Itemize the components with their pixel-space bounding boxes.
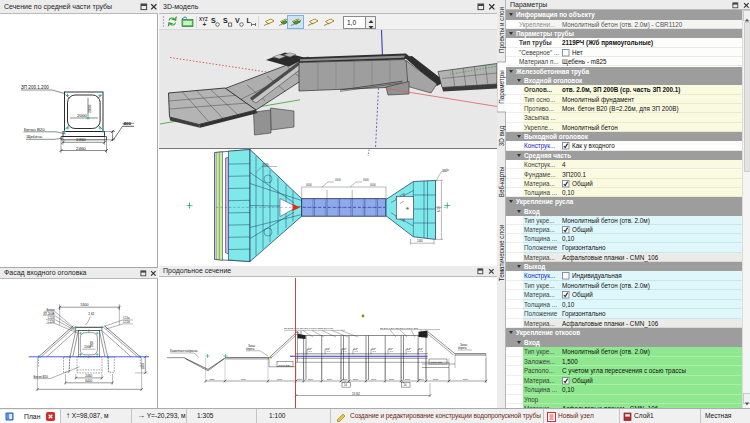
svg-text:ЗП 200.1.2х8 (ЗП 200.1.8х2.0): ЗП 200.1.2х8 (ЗП 200.1.8х2.0) ЗПТ xyxy=(380,327,419,330)
svg-text:ЗП 200Б-1.1б (ЗП 200.1.8х2.0): ЗП 200Б-1.1б (ЗП 200.1.8х2.0) ЗПБ 200.1.… xyxy=(284,327,333,330)
svg-text:3005: 3005 xyxy=(277,378,283,380)
svg-text:2000: 2000 xyxy=(327,378,333,380)
svg-text:берега: берега xyxy=(246,347,255,351)
svg-text:6400: 6400 xyxy=(85,379,92,383)
svg-text:1500: 1500 xyxy=(141,363,145,370)
svg-text:Лоток В20: Лоток В20 xyxy=(431,361,443,364)
svg-text:S: S xyxy=(223,17,228,24)
svg-text:Каменная наброска: Каменная наброска xyxy=(170,349,198,353)
svg-text:2000: 2000 xyxy=(371,378,377,380)
svg-text:1,7: 1,7 xyxy=(420,350,424,353)
svg-text:Параметры: Параметры xyxy=(498,70,506,104)
svg-text:1,7: 1,7 xyxy=(408,350,412,353)
svg-text:3005: 3005 xyxy=(433,378,439,380)
svg-text:3000: 3000 xyxy=(241,378,247,380)
svg-text:2,62: 2,62 xyxy=(88,312,94,316)
svg-text:С128: С128 xyxy=(48,320,55,324)
svg-text:400: 400 xyxy=(124,121,132,126)
svg-text:19 162: 19 162 xyxy=(352,392,360,396)
svg-text:2460: 2460 xyxy=(76,146,86,151)
svg-text:L: L xyxy=(247,17,252,24)
svg-text:+: + xyxy=(203,21,207,28)
svg-text:3000: 3000 xyxy=(463,378,469,380)
svg-text:2000: 2000 xyxy=(88,105,92,113)
svg-text:Проекты и слои: Проекты и слои xyxy=(498,6,506,53)
svg-text:V: V xyxy=(235,17,240,24)
svg-text:4000: 4000 xyxy=(335,178,341,182)
svg-text:2000: 2000 xyxy=(353,378,359,380)
svg-text:Лоток В20: Лоток В20 xyxy=(279,364,291,367)
svg-text:2460: 2460 xyxy=(76,137,86,142)
svg-text:1500: 1500 xyxy=(297,378,303,380)
svg-text:4000: 4000 xyxy=(370,183,376,187)
svg-text:берега: берега xyxy=(458,346,467,350)
svg-text:Щебень: Щебень xyxy=(27,134,44,139)
svg-text:1б: 1б xyxy=(404,383,407,387)
svg-text:2127: 2127 xyxy=(210,378,216,380)
svg-text:S: S xyxy=(211,17,216,24)
svg-text:3D вид: 3D вид xyxy=(498,126,506,147)
svg-text:1500: 1500 xyxy=(418,378,424,380)
svg-text:4000: 4000 xyxy=(363,178,369,182)
svg-text:1,7: 1,7 xyxy=(373,350,377,353)
svg-text:Бетон В20: Бетон В20 xyxy=(34,375,49,379)
svg-text:1,7: 1,7 xyxy=(355,350,359,353)
svg-text:2000: 2000 xyxy=(405,378,411,380)
svg-text:Веб-карты: Веб-карты xyxy=(498,166,506,197)
svg-text:3280: 3280 xyxy=(263,163,269,167)
svg-text:1,7: 1,7 xyxy=(309,350,313,353)
svg-text:2460: 2460 xyxy=(85,374,92,378)
svg-text:С12б: С12б xyxy=(123,320,130,324)
svg-text:4000: 4000 xyxy=(306,183,312,187)
svg-text:2000: 2000 xyxy=(90,341,94,347)
svg-text:5300: 5300 xyxy=(81,303,89,307)
svg-text:6400: 6400 xyxy=(437,206,441,212)
svg-text:2000: 2000 xyxy=(77,113,87,118)
svg-text:2000: 2000 xyxy=(389,378,395,380)
svg-text:ЗП 200.1.200: ЗП 200.1.200 xyxy=(21,85,49,90)
svg-text:труба: труба xyxy=(442,168,449,172)
svg-text:Бетон В20: Бетон В20 xyxy=(24,127,45,132)
svg-text:2460: 2460 xyxy=(417,239,423,243)
svg-text:1500: 1500 xyxy=(342,378,348,380)
svg-text:1,7: 1,7 xyxy=(327,350,331,353)
svg-text:Тематические слои: Тематические слои xyxy=(498,224,505,281)
svg-text:1б: 1б xyxy=(344,383,347,387)
svg-text:2000: 2000 xyxy=(308,378,314,380)
svg-text:1,7: 1,7 xyxy=(390,350,394,353)
